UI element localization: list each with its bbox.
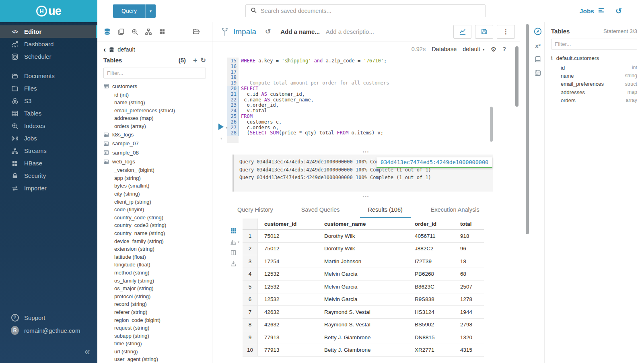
tree-column[interactable]: _version_ (bigint) [97, 166, 212, 174]
sidebar-item-editor[interactable]: </>Editor [0, 25, 97, 38]
tree-column[interactable]: latitude (float) [97, 253, 212, 261]
table-row[interactable]: 317254Martin JohnsonI72T3918 [243, 255, 484, 268]
code-editor[interactable]: 15WHERE a.key = 'shipping' and a.zip_cod… [212, 56, 520, 153]
sidebar-item-hbase[interactable]: HBase [0, 157, 97, 169]
tree-table-k8s_logs[interactable]: k8s_logs [97, 130, 212, 139]
sidebar-item-scheduler[interactable]: Scheduler [0, 50, 97, 63]
sidebar-item-user[interactable]: R romain@gethue.com [0, 324, 97, 337]
search-input[interactable] [261, 8, 481, 14]
info-icon[interactable]: i [551, 55, 553, 61]
query-dropdown-caret-icon[interactable]: ▾ [145, 4, 156, 18]
sidebar-item-dashboard[interactable]: Dashboard [0, 38, 97, 50]
folder-open-icon[interactable] [192, 28, 200, 35]
tree-column[interactable]: name (string) [97, 99, 212, 107]
code-line[interactable]: 22 c.name AS customer_name, [212, 97, 389, 103]
code-line[interactable]: 16 [212, 64, 389, 70]
tree-column[interactable]: longitude (float) [97, 261, 212, 269]
code-line[interactable]: 28 (SELECT SUM(price * qty) total FROM o… [212, 130, 389, 136]
tree-column[interactable]: client_ip (string) [97, 198, 212, 206]
tree-table-sample_07[interactable]: sample_07 [97, 139, 212, 148]
code-line[interactable]: 26 customers c, [212, 120, 389, 125]
right-column-orders[interactable]: ordersarray [551, 96, 637, 104]
code-line[interactable]: 27 c.orders o, [212, 125, 389, 131]
functions-icon[interactable]: x² [535, 42, 540, 49]
sidebar-collapse-button[interactable]: « [84, 346, 90, 357]
right-filter-input[interactable] [551, 39, 637, 50]
right-column-addresses[interactable]: addressesmap [551, 88, 637, 96]
search-plus-icon[interactable] [131, 28, 138, 35]
main-scrollbar[interactable] [515, 46, 518, 107]
tree-column[interactable]: os_family (string) [97, 276, 212, 285]
tree-column[interactable]: region_code (bigint) [97, 316, 212, 324]
tree-column[interactable]: record (string) [97, 300, 212, 308]
tree-column[interactable]: country_code3 (string) [97, 221, 212, 229]
sidebar-item-documents[interactable]: Documents [0, 70, 97, 82]
help-icon[interactable]: ? [502, 46, 506, 52]
chart-view-icon[interactable]: ▾ [230, 239, 239, 245]
sitemap-icon[interactable] [145, 28, 152, 35]
tree-column[interactable]: addresses (map) [97, 114, 212, 122]
code-line[interactable]: 23 o.order_id, [212, 103, 389, 108]
execute-button[interactable] [218, 124, 224, 130]
tree-column[interactable]: method (string) [97, 269, 212, 277]
tree-column[interactable]: country_code (string) [97, 213, 212, 221]
query-button[interactable]: Query ▾ [113, 4, 156, 18]
sidebar-item-security[interactable]: Security [0, 169, 97, 182]
column-header[interactable]: customer_name [318, 221, 408, 227]
sidebar-item-indexes[interactable]: Indexes [0, 120, 97, 132]
right-column-name[interactable]: namestring [551, 72, 637, 80]
sidebar-item-importer[interactable]: Importer [0, 182, 97, 194]
tab-saved-queries[interactable]: Saved Queries [293, 202, 348, 218]
right-column-id[interactable]: idint [551, 64, 637, 72]
engine-label[interactable]: Impala [233, 27, 256, 36]
assistant-compass-icon[interactable] [533, 27, 542, 36]
tree-column[interactable]: device_family (string) [97, 237, 212, 245]
table-row[interactable]: 175012Dorothy Wilk4056711918 [243, 230, 484, 243]
column-header[interactable]: customer_id [258, 221, 318, 227]
add-table-icon[interactable]: + [193, 58, 198, 63]
resize-handle-bottom[interactable]: ••• [212, 194, 520, 199]
table-row[interactable]: 412532Melvin GarciaPB626868 [243, 268, 484, 281]
tab-results-106[interactable]: Results (106) [360, 202, 411, 218]
tree-column[interactable]: bytes (smallint) [97, 182, 212, 190]
table-row[interactable]: 512532Melvin GarciaB8623C2507 [243, 280, 484, 293]
tree-table-sample_08[interactable]: sample_08 [97, 148, 212, 157]
code-line[interactable]: 18 [212, 75, 389, 80]
table-row[interactable]: 275012Dorothy WilkJ882C296 [243, 243, 484, 256]
tree-column[interactable]: protocol (string) [97, 292, 212, 300]
jobs-link[interactable]: Jobs [580, 0, 605, 22]
grid-view-icon[interactable] [230, 227, 237, 234]
code-line[interactable]: 24 v.total [212, 108, 389, 114]
sidebar-item-streams[interactable]: Streams [0, 144, 97, 157]
tree-column[interactable]: extension (string) [97, 245, 212, 253]
table-row[interactable]: 977913Betty J. GiambroneDN88151320 [243, 331, 484, 344]
tree-table-customers[interactable]: customers [97, 82, 212, 91]
execute-caret-icon[interactable]: ▾ [226, 126, 228, 130]
code-line[interactable]: 20SELECT [212, 86, 389, 92]
tree-column[interactable]: orders (array) [97, 122, 212, 130]
sidebar-item-files[interactable]: Files [0, 82, 97, 95]
tree-column[interactable]: referer (string) [97, 308, 212, 316]
tree-column[interactable]: time (string) [97, 340, 212, 348]
settings-gear-icon[interactable]: ⚙ [491, 45, 496, 53]
tree-column[interactable]: email_preferences (struct) [97, 107, 212, 115]
save-button[interactable] [475, 25, 493, 39]
databases-icon[interactable] [103, 28, 111, 35]
code-line[interactable]: 25FROM [212, 114, 389, 120]
query-name-field[interactable]: Add a name... [280, 28, 320, 35]
active-table[interactable]: i default.customers [551, 55, 637, 61]
code-line[interactable]: 19-- Compute total amount per order for … [212, 80, 389, 86]
code-line[interactable]: 17 [212, 70, 389, 75]
tree-column[interactable]: app (string) [97, 174, 212, 182]
tree-column[interactable]: os_major (string) [97, 285, 212, 293]
tables-filter-input[interactable] [103, 68, 206, 78]
chart-button[interactable] [453, 25, 471, 39]
code-line[interactable]: 15WHERE a.key = 'shipping' and a.zip_cod… [212, 58, 389, 64]
query-description-field[interactable]: Add a descriptio... [326, 28, 374, 35]
table-row[interactable]: 1077913Betty J. GiambroneXR27714315 [243, 344, 484, 357]
schedule-icon[interactable] [534, 69, 541, 76]
right-column-email_preferences[interactable]: email_preferencesstruct [551, 80, 637, 88]
back-chevron-icon[interactable]: ‹ [103, 47, 106, 52]
columns-icon[interactable] [230, 250, 237, 256]
tab-execution-analysis[interactable]: Execution Analysis [423, 202, 488, 218]
